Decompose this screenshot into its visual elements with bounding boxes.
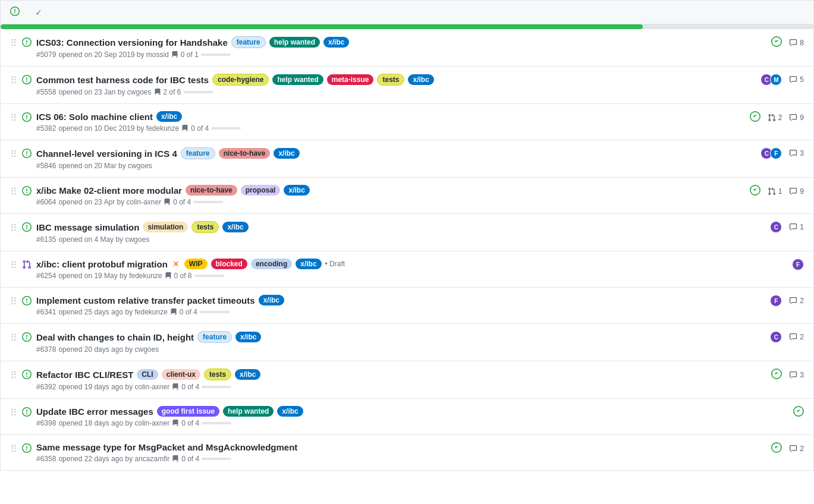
milestone-progress-bar	[1, 24, 813, 29]
issue-meta-11: #6398 opened 18 days ago by colin-axner …	[36, 419, 784, 427]
issue-right-7: F	[792, 259, 804, 270]
issue-number-5: #6064	[36, 198, 56, 206]
label-proposal[interactable]: proposal	[241, 185, 281, 196]
label-x/ibc[interactable]: x/ibc	[222, 222, 248, 232]
label-nice-to-have[interactable]: nice-to-have	[186, 185, 237, 196]
label-x/ibc[interactable]: x/ibc	[235, 369, 260, 380]
issue-title-12[interactable]: Same message type for MsgPacket and MsgA…	[36, 442, 297, 452]
drag-handle-2[interactable]: ⠿	[10, 75, 17, 86]
label-x/ibc[interactable]: x/ibc	[259, 295, 284, 305]
label-x/ibc[interactable]: x/ibc	[408, 74, 433, 85]
issue-meta-12: #6358 opened 22 days ago by ancazamfir 0…	[36, 455, 762, 463]
issue-status-icon-12	[22, 443, 32, 455]
closed-issues-filter[interactable]: ✓	[35, 8, 46, 17]
label-x/ibc[interactable]: x/ibc	[156, 111, 182, 122]
draft-badge: • Draft	[325, 260, 345, 268]
comment-count-value-8: 2	[800, 297, 804, 305]
comment-count-value-10: 3	[800, 371, 804, 379]
drag-handle-11[interactable]: ⠿	[10, 407, 17, 418]
comment-count-value-6: 1	[800, 223, 804, 231]
issue-row-8: ⠿ Implement custom relative transfer pac…	[1, 288, 813, 324]
issue-meta-1: #5079 opened on 20 Sep 2019 by mossid 0 …	[36, 51, 762, 59]
issue-content-5: x/ibc Make 02-client more modular nice-t…	[36, 185, 740, 206]
comment-count-12: 2	[789, 445, 804, 453]
issue-title-6[interactable]: IBC message simulation	[36, 222, 139, 232]
issue-title-1[interactable]: ICS03: Connection versioning for Handsha…	[36, 37, 228, 48]
label-simulation[interactable]: simulation	[143, 222, 188, 232]
issue-title-9[interactable]: Deal with changes to chain ID, height	[36, 332, 194, 342]
issue-meta-9: #6378 opened 20 days ago by cwgoes	[36, 345, 760, 354]
label-feature[interactable]: feature	[197, 331, 232, 343]
label-feature[interactable]: feature	[181, 147, 215, 159]
issue-title-10[interactable]: Refactor IBC CLI/REST	[36, 370, 133, 380]
comment-count-value-4: 3	[800, 149, 804, 158]
drag-handle-12[interactable]: ⠿	[10, 443, 17, 455]
comment-count-value-2: 5	[800, 75, 804, 84]
label-feature[interactable]: feature	[231, 36, 266, 48]
check-icon: ✓	[35, 8, 42, 17]
label-encoding[interactable]: encoding	[251, 259, 292, 269]
issue-title-line-3: ICS 06: Solo machine client x/ibc	[36, 111, 740, 122]
label-WIP[interactable]: WIP	[184, 259, 208, 269]
open-issue-icon	[10, 7, 20, 18]
issue-title-8[interactable]: Implement custom relative transfer packe…	[36, 295, 255, 305]
issue-right-5: 1 9	[750, 185, 804, 197]
issue-title-3[interactable]: ICS 06: Solo machine client	[36, 112, 153, 122]
label-x/ibc[interactable]: x/ibc	[284, 185, 309, 196]
drag-handle-8[interactable]: ⠿	[10, 296, 17, 307]
drag-handle-3[interactable]: ⠿	[10, 112, 17, 124]
task-progress-12: 0 of 4	[172, 455, 231, 463]
label-x/ibc[interactable]: x/ibc	[296, 259, 321, 269]
drag-handle-1[interactable]: ⠿	[10, 37, 17, 49]
label-code-hygiene[interactable]: code-hygiene	[212, 74, 269, 86]
label-good-first-issue[interactable]: good first issue	[157, 406, 219, 417]
pr-count-5: 1	[768, 187, 782, 196]
issue-number-2: #5558	[36, 88, 56, 96]
drag-handle-7[interactable]: ⠿	[10, 260, 17, 271]
label-x/ibc[interactable]: x/ibc	[235, 332, 261, 342]
issue-opened-9: opened 20 days ago by cwgoes	[58, 345, 159, 354]
issue-content-7: x/ibc: client protobuf migration ✕ WIPbl…	[36, 259, 782, 280]
comment-count-2: 5	[789, 75, 804, 84]
issue-title-5[interactable]: x/ibc Make 02-client more modular	[36, 185, 182, 196]
label-nice-to-have[interactable]: nice-to-have	[219, 148, 271, 159]
label-client-ux[interactable]: client-ux	[162, 369, 200, 380]
label-tests[interactable]: tests	[204, 368, 231, 380]
drag-handle-5[interactable]: ⠿	[10, 186, 17, 197]
issue-title-11[interactable]: Update IBC error messages	[36, 407, 153, 417]
issue-meta-3: #5382 opened on 10 Dec 2019 by fedekunze…	[36, 124, 740, 133]
issue-title-4[interactable]: Channel-level versioning in ICS 4	[36, 149, 177, 159]
issue-opened-4: opened on 20 Mar by cwgoes	[58, 162, 152, 170]
comment-count-4: 3	[789, 149, 804, 158]
label-CLI[interactable]: CLI	[137, 369, 158, 380]
issue-opened-5: opened on 23 Apr by colin-axner	[58, 198, 161, 206]
assignee-avatars-8: F	[770, 295, 782, 307]
drag-handle-6[interactable]: ⠿	[10, 222, 17, 234]
label-tests[interactable]: tests	[191, 221, 219, 233]
label-x/ibc[interactable]: x/ibc	[274, 148, 299, 159]
label-meta-issue[interactable]: meta-issue	[327, 74, 374, 85]
label-x/ibc[interactable]: x/ibc	[323, 37, 349, 48]
pr-count-3: 2	[768, 114, 782, 122]
comment-count-3: 9	[789, 114, 804, 122]
drag-handle-10[interactable]: ⠿	[10, 370, 17, 381]
label-help-wanted[interactable]: help wanted	[272, 74, 323, 85]
label-help-wanted[interactable]: help wanted	[223, 406, 274, 417]
issue-content-2: Common test harness code for IBC tests c…	[36, 74, 751, 96]
label-help-wanted[interactable]: help wanted	[269, 37, 320, 48]
task-progress-1: 0 of 1	[171, 51, 231, 59]
label-blocked[interactable]: blocked	[211, 259, 247, 269]
drag-handle-4[interactable]: ⠿	[10, 149, 17, 160]
assignee-avatars-6: C	[770, 221, 782, 233]
open-issues-filter[interactable]	[10, 7, 23, 18]
issue-title-7[interactable]: x/ibc: client protobuf migration	[36, 259, 168, 269]
comment-count-value-9: 2	[800, 333, 804, 341]
drag-handle-9[interactable]: ⠿	[10, 332, 17, 344]
issue-row-4: ⠿ Channel-level versioning in ICS 4 feat…	[1, 140, 813, 178]
issue-title-2[interactable]: Common test harness code for IBC tests	[36, 75, 209, 85]
issue-opened-2: opened on 23 Jan by cwgoes	[58, 88, 151, 96]
label-tests[interactable]: tests	[377, 74, 404, 86]
label-x/ibc[interactable]: x/ibc	[277, 406, 303, 417]
issue-right-1: 8	[771, 36, 804, 49]
milestone-icon-11	[793, 406, 804, 418]
